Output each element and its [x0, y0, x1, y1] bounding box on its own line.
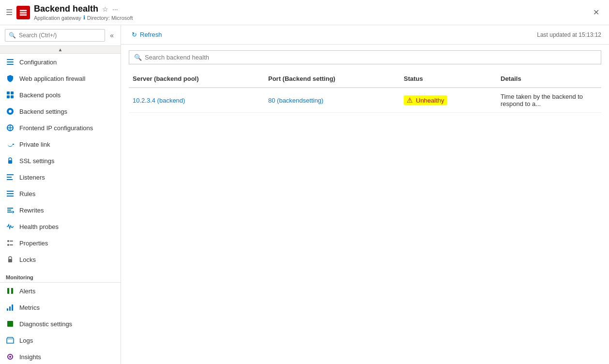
- cell-server: 10.2.3.4 (backend): [129, 91, 264, 109]
- sidebar-item-listeners[interactable]: Listeners: [0, 169, 121, 185]
- sidebar-item-alerts[interactable]: Alerts: [0, 283, 121, 299]
- sidebar-item-label: Web application firewall: [19, 75, 85, 82]
- alerts-icon: [6, 287, 15, 295]
- svg-rect-30: [7, 321, 13, 327]
- star-icon[interactable]: ☆: [102, 5, 108, 13]
- svg-rect-27: [7, 308, 8, 311]
- svg-rect-18: [7, 193, 14, 194]
- svg-point-32: [9, 356, 11, 358]
- content-area: ↻ Refresh Last updated at 15:13:12 🔍 Ser…: [121, 25, 609, 364]
- listeners-icon: [6, 173, 15, 182]
- sidebar-item-private-link[interactable]: Private link: [0, 136, 121, 152]
- diagnostic-icon: [6, 319, 15, 328]
- monitoring-section-header: Monitoring: [0, 270, 121, 283]
- sidebar-item-rewrites[interactable]: Rewrites: [0, 202, 121, 218]
- title-info: Backend health ☆ ··· Application gateway…: [34, 4, 133, 21]
- status-badge: ⚠ Unhealthy: [404, 95, 447, 105]
- title-bar-left: ☰ Backend health ☆ ··· Application gatew…: [6, 4, 589, 21]
- sidebar-item-label: Listeners: [19, 174, 45, 181]
- last-updated-text: Last updated at 15:13:12: [537, 31, 601, 38]
- search-icon: 🔍: [134, 54, 142, 61]
- content-toolbar: ↻ Refresh Last updated at 15:13:12: [121, 25, 609, 45]
- hamburger-icon[interactable]: ☰: [6, 8, 13, 17]
- title-subtitle: Application gateway ℹ Directory: Microso…: [34, 15, 133, 21]
- search-input[interactable]: [5, 29, 105, 42]
- sidebar-item-logs[interactable]: Logs: [0, 332, 121, 349]
- ellipsis-icon[interactable]: ···: [112, 5, 118, 13]
- svg-rect-14: [7, 174, 14, 175]
- backend-health-table: Server (backend pool) Port (Backend sett…: [129, 70, 601, 113]
- sidebar-item-label: Configuration: [19, 59, 57, 66]
- locks-icon: [6, 255, 15, 264]
- rewrites-icon: [6, 206, 15, 214]
- waf-icon: [6, 74, 15, 83]
- sidebar-item-label: Rewrites: [19, 207, 44, 214]
- sidebar-item-diagnostic-settings[interactable]: Diagnostic settings: [0, 316, 121, 332]
- table-row: 10.2.3.4 (backend) 80 (backendsetting) ⚠…: [129, 88, 601, 113]
- sidebar-item-configuration[interactable]: Configuration: [0, 54, 121, 70]
- status-dot-icon: ⚠: [407, 96, 413, 104]
- sidebar-item-backend-settings[interactable]: Backend settings: [0, 103, 121, 120]
- svg-rect-13: [8, 160, 12, 164]
- configuration-icon: [6, 58, 15, 66]
- sidebar-item-label: Properties: [19, 240, 48, 247]
- insights-icon: [6, 352, 15, 361]
- svg-point-20: [7, 240, 9, 242]
- close-button[interactable]: ✕: [589, 6, 603, 19]
- sidebar-item-label: Alerts: [19, 288, 35, 295]
- sidebar-item-ssl-settings[interactable]: SSL settings: [0, 152, 121, 169]
- svg-rect-3: [7, 59, 14, 60]
- sidebar-item-waf[interactable]: Web application firewall: [0, 70, 121, 87]
- resource-type: Application gateway: [34, 15, 81, 21]
- server-link[interactable]: 10.2.3.4 (backend): [133, 97, 185, 104]
- backend-health-search-bar: 🔍: [129, 50, 601, 64]
- sidebar-item-properties[interactable]: Properties: [0, 235, 121, 251]
- svg-rect-24: [8, 259, 12, 262]
- directory-label: Directory: Microsoft: [87, 15, 133, 21]
- sidebar-item-label: SSL settings: [19, 157, 55, 165]
- sidebar-item-label: Backend pools: [19, 91, 61, 99]
- sidebar-item-rules[interactable]: Rules: [0, 185, 121, 202]
- sidebar-search-container: 🔍 «: [0, 25, 121, 46]
- refresh-button[interactable]: ↻ Refresh: [129, 29, 165, 40]
- col-header-details: Details: [497, 73, 601, 84]
- sidebar-item-label: Insights: [19, 353, 41, 361]
- content-body: 🔍 Server (backend pool) Port (Backend se…: [121, 45, 609, 364]
- resource-icon: [16, 6, 30, 19]
- svg-rect-19: [7, 196, 14, 197]
- port-link[interactable]: 80 (backendsetting): [268, 97, 323, 104]
- search-icon-small: 🔍: [9, 32, 16, 39]
- svg-rect-5: [7, 64, 14, 65]
- sidebar-item-health-probes[interactable]: Health probes: [0, 218, 121, 235]
- sidebar-item-label: Metrics: [19, 304, 40, 311]
- sidebar-item-label: Rules: [19, 190, 35, 197]
- sidebar-item-insights[interactable]: Insights: [0, 349, 121, 364]
- sidebar: 🔍 « ▲ Configuration: [0, 25, 121, 364]
- private-link-icon: [6, 140, 15, 149]
- svg-rect-1: [20, 12, 27, 14]
- collapse-sidebar-button[interactable]: «: [108, 31, 116, 39]
- sidebar-item-locks[interactable]: Locks: [0, 251, 121, 268]
- ssl-icon: [6, 156, 15, 165]
- properties-icon: [6, 239, 15, 247]
- info-icon: ℹ: [83, 15, 85, 21]
- sidebar-item-label: Health probes: [19, 223, 59, 230]
- scroll-up-icon[interactable]: ▲: [58, 47, 63, 52]
- svg-rect-17: [7, 191, 14, 192]
- svg-rect-6: [7, 91, 10, 94]
- metrics-icon: [6, 303, 15, 312]
- svg-rect-16: [7, 179, 13, 180]
- gateway-icon: [19, 8, 28, 17]
- sidebar-item-backend-pools[interactable]: Backend pools: [0, 87, 121, 103]
- backend-settings-icon: [6, 107, 15, 116]
- sidebar-item-label: Diagnostic settings: [19, 320, 72, 328]
- sidebar-item-label: Private link: [19, 141, 50, 148]
- svg-rect-29: [12, 304, 13, 311]
- sidebar-item-metrics[interactable]: Metrics: [0, 299, 121, 316]
- logs-icon: [6, 336, 15, 345]
- svg-rect-2: [20, 14, 27, 15]
- sidebar-item-frontend-ip[interactable]: Frontend IP configurations: [0, 120, 121, 136]
- backend-health-search-input[interactable]: [145, 54, 596, 61]
- refresh-label: Refresh: [140, 31, 162, 38]
- status-text: Unhealthy: [416, 97, 444, 104]
